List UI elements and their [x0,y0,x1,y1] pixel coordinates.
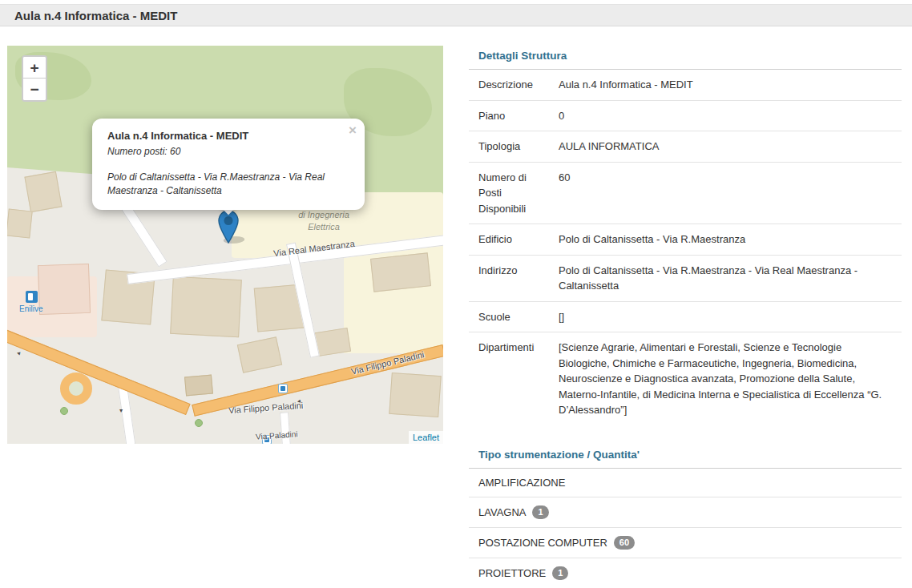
table-row: Dipartimenti [Scienze Agrarie, Alimentar… [469,332,902,425]
equipment-row: POSTAZIONE COMPUTER 60 [469,528,902,558]
faculty-label-line2: di Ingegneria [264,209,384,221]
zoom-out-button[interactable]: − [23,79,46,100]
bus-stop-icon [278,384,288,393]
row-label: Numero di Posti Disponibili [478,170,549,217]
row-value: Aula n.4 Informatica - MEDIT [559,77,892,93]
equipment-label: PROIETTORE [478,567,546,579]
map[interactable]: ▸ ▸ ▸ Enilive Facoltà di Ingegneria Elet… [7,46,443,444]
quantity-badge: 1 [532,505,548,519]
row-label: Descrizione [478,77,549,93]
table-row: Indirizzo Polo di Caltanissetta - Via R.… [469,256,902,302]
building [389,373,441,417]
equipment-row: LAVAGNA 1 [469,497,902,528]
row-value: Polo di Caltanissetta - Via R.Maestranza… [559,263,892,294]
details-table: Descrizione Aula n.4 Informatica - MEDIT… [469,70,902,425]
row-value: [] [559,309,892,325]
row-value: [Scienze Agrarie, Alimentari e Forestali… [559,340,892,418]
building [237,336,282,373]
building [184,375,213,397]
quantity-badge: 60 [614,536,635,550]
row-value: 0 [559,108,892,124]
page-title: Aula n.4 Informatica - MEDIT [14,9,177,22]
road-via-filippo-paladini-west [7,329,191,416]
page-header: Aula n.4 Informatica - MEDIT [0,4,912,26]
building [370,252,431,292]
row-label: Tipologia [478,139,549,155]
fuel-station-icon [26,291,38,303]
fuel-station-label: Enilive [19,304,42,313]
table-row: Tipologia AULA INFORMATICA [469,131,902,163]
equipment-label: AMPLIFICAZIONE [478,477,565,489]
roundabout [60,373,92,405]
equipment-label: LAVAGNA [478,506,526,518]
row-label: Piano [478,108,549,124]
equipment-label: POSTAZIONE COMPUTER [478,537,607,549]
building [7,209,33,239]
zoom-in-button[interactable]: + [23,57,46,79]
popup-close-icon[interactable]: × [349,123,357,137]
oneway-arrow-icon: ▸ [118,409,124,413]
quantity-badge: 1 [552,566,568,580]
street-label-paladini: Via Paladini [256,429,298,441]
row-value: 60 [559,170,892,217]
table-row: Descrizione Aula n.4 Informatica - MEDIT [469,70,902,101]
row-label: Indirizzo [478,263,549,294]
leaflet-link[interactable]: Leaflet [413,433,439,442]
oneway-arrow-icon: ▸ [16,350,21,357]
row-value: Polo di Caltanissetta - Via R.Maestranza [559,232,892,248]
row-label: Dipartimenti [478,340,549,418]
details-heading: Dettagli Struttura [469,50,902,70]
bus-glyph [280,386,285,391]
details-panel: Dettagli Struttura Descrizione Aula n.4 … [469,50,902,588]
equipment-row: AMPLIFICAZIONE [469,469,902,497]
equipment-heading: Tipo strumentazione / Quantita' [469,449,902,469]
building [170,276,242,337]
table-row: Piano 0 [469,101,902,132]
map-popup: Aula n.4 Informatica - MEDIT Numero post… [92,119,365,210]
equipment-row: PROIETTORE 1 [469,558,902,588]
table-row: Edificio Polo di Caltanissetta - Via R.M… [469,224,902,256]
table-row: Scuole [] [469,302,902,333]
popup-title: Aula n.4 Informatica - MEDIT [107,130,337,142]
building [24,171,62,212]
tree-icon [195,419,203,427]
building [38,264,91,315]
equipment-section: Tipo strumentazione / Quantita' AMPLIFIC… [469,449,902,588]
row-value: AULA INFORMATICA [559,139,892,155]
table-row: Numero di Posti Disponibili 60 [469,163,902,225]
zoom-control: + − [22,55,47,102]
row-label: Scuole [478,309,549,325]
popup-address: Polo di Caltanissetta - Via R.Maestranza… [107,171,337,199]
row-label: Edificio [478,232,549,248]
tree-icon [60,407,68,415]
popup-seats: Numero posti: 60 [107,146,337,157]
map-attribution: Leaflet [409,431,443,444]
fuel-pump-glyph [28,293,33,300]
faculty-label-line3: Elettrica [264,221,384,233]
